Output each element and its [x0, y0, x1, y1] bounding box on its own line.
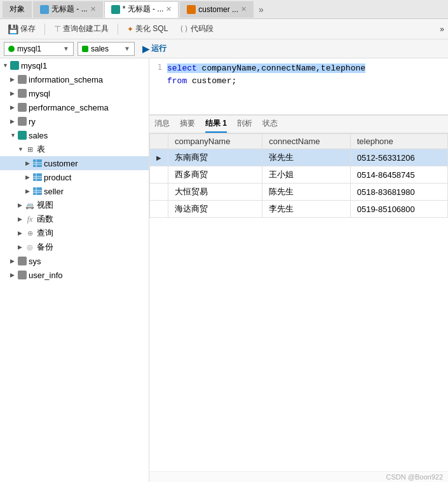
label-ry: ry — [29, 117, 36, 126]
tab-status[interactable]: 状态 — [262, 116, 278, 133]
table-row[interactable]: 西多商贸 王小姐 0514-86458745 — [150, 166, 448, 184]
toolbar-right: » — [440, 25, 444, 34]
tab-objects[interactable]: 对象 — [3, 1, 32, 18]
product-table-icon — [33, 173, 42, 181]
sql-editor[interactable]: 1 select companyName,connectName,telepho… — [149, 58, 448, 116]
cell-companyname-4: 海达商贸 — [168, 201, 262, 218]
cell-connectname-1: 张先生 — [262, 149, 350, 166]
sidebar-item-sales[interactable]: ▼ sales — [0, 128, 149, 142]
tab-untitled1-close[interactable]: ✕ — [90, 5, 96, 13]
tab-bar: 对象 无标题 - ... ✕ * 无标题 - ... ✕ customer ..… — [0, 0, 448, 19]
results-table: companyName connectName telephone ▶ 东南商贸… — [149, 133, 448, 218]
tab-overflow-btn[interactable]: » — [255, 3, 268, 16]
line-number-2 — [149, 75, 167, 76]
toggle-views-group: ▶ — [18, 202, 24, 208]
sidebar-item-product[interactable]: ▶ product — [0, 170, 149, 184]
svg-rect-4 — [33, 173, 42, 181]
main-layout: ▼ mysql1 ▶ information_schema ▶ mysql ▶ … — [0, 58, 448, 482]
tab-profiling[interactable]: 剖析 — [237, 116, 252, 133]
beautify-label: 美化 SQL — [135, 23, 168, 34]
database-label: sales — [91, 44, 109, 53]
label-funcs-group: 函数 — [37, 213, 53, 225]
label-tables-group: 表 — [37, 144, 45, 155]
seller-table-icon — [33, 187, 42, 195]
run-button[interactable]: ▶ 运行 — [139, 42, 170, 55]
label-queries-group: 查询 — [37, 227, 53, 239]
sidebar-item-queries-group[interactable]: ▶ ⊕ 查询 — [0, 226, 149, 240]
toolbar: 💾 保存 ⊤ 查询创建工具 ✦ 美化 SQL () 代码段 » — [0, 19, 448, 39]
save-icon: 💾 — [8, 24, 18, 34]
db-icon-mysql — [18, 89, 27, 98]
backup-group-icon: ◎ — [25, 243, 34, 251]
connection-label: mysql1 — [17, 44, 41, 53]
sidebar-item-seller[interactable]: ▶ seller — [0, 184, 149, 198]
db-icon-information-schema — [18, 75, 27, 84]
toggle-ry: ▶ — [10, 118, 17, 124]
table-row[interactable]: ▶ 东南商贸 张先生 0512-56331206 — [150, 149, 448, 166]
sidebar-item-information-schema[interactable]: ▶ information_schema — [0, 72, 149, 86]
sidebar-item-customer[interactable]: ▶ customer — [0, 156, 149, 170]
tab-customer-close[interactable]: ✕ — [241, 5, 247, 13]
tables-group-icon: ⊞ — [25, 145, 34, 154]
query-tool-button[interactable]: ⊤ 查询创建工具 — [50, 22, 112, 36]
line-number-1: 1 — [149, 62, 167, 72]
sidebar-item-views-group[interactable]: ▶ 🚐 视图 — [0, 198, 149, 212]
db-icon-sys — [18, 257, 27, 265]
sidebar-item-ry[interactable]: ▶ ry — [0, 114, 149, 128]
connection-bar: mysql1 ▼ sales ▼ ▶ 运行 — [0, 39, 448, 58]
tab-untitled1[interactable]: 无标题 - ... ✕ — [33, 1, 103, 18]
table-row[interactable]: 大恒贸易 陈先生 0518-83681980 — [150, 184, 448, 201]
tab-untitled2-close[interactable]: ✕ — [166, 5, 172, 13]
sidebar-item-funcs-group[interactable]: ▶ fx 函数 — [0, 212, 149, 226]
sql-code-2: from customer; — [167, 75, 448, 88]
db-icon-sales — [18, 131, 27, 140]
row-indicator-2 — [150, 166, 168, 184]
toolbar-sep1 — [44, 23, 45, 35]
sidebar-item-tables-group[interactable]: ▼ ⊞ 表 — [0, 142, 149, 156]
sidebar-item-performance-schema[interactable]: ▶ performance_schema — [0, 100, 149, 114]
cell-companyname-1: 东南商贸 — [168, 149, 262, 166]
save-button[interactable]: 💾 保存 — [4, 22, 39, 36]
code-icon: () — [179, 25, 188, 34]
sidebar-item-sys[interactable]: ▶ sys — [0, 254, 149, 268]
toggle-sales: ▼ — [10, 132, 17, 138]
cell-telephone-3: 0518-83681980 — [350, 184, 447, 201]
watermark: CSDN @Boon922 — [149, 471, 448, 482]
beautify-sql-button[interactable]: ✦ 美化 SQL — [123, 22, 172, 36]
sidebar-item-backup-group[interactable]: ▶ ◎ 备份 — [0, 240, 149, 254]
cell-companyname-3: 大恒贸易 — [168, 184, 262, 201]
sidebar-item-user-info[interactable]: ▶ user_info — [0, 268, 149, 282]
table-row[interactable]: 海达商贸 李先生 0519-85106800 — [150, 201, 448, 218]
tab-untitled1-icon — [40, 5, 49, 14]
code-snippet-button[interactable]: () 代码段 — [175, 22, 217, 36]
label-backup-group: 备份 — [37, 241, 53, 253]
db-icon-performance-schema — [18, 103, 27, 112]
toggle-seller: ▶ — [25, 188, 32, 194]
sql-line-2: from customer; — [149, 75, 448, 88]
toggle-product: ▶ — [25, 174, 32, 180]
tab-customer[interactable]: customer ... ✕ — [180, 1, 254, 18]
database-select[interactable]: sales ▼ — [78, 42, 135, 56]
tab-untitled1-label: 无标题 - ... — [51, 4, 88, 15]
sidebar-item-mysql1[interactable]: ▼ mysql1 — [0, 58, 149, 72]
toggle-funcs-group: ▶ — [18, 216, 24, 222]
tab-summary[interactable]: 摘要 — [180, 116, 195, 133]
tab-untitled2[interactable]: * 无标题 - ... ✕ — [104, 1, 179, 18]
connection-select[interactable]: mysql1 ▼ — [4, 42, 74, 56]
run-icon: ▶ — [142, 44, 149, 54]
label-sales: sales — [29, 131, 48, 140]
label-product: product — [44, 173, 71, 182]
tab-objects-label: 对象 — [10, 4, 25, 15]
db-icon-user-info — [18, 271, 27, 279]
data-table-wrap: companyName connectName telephone ▶ 东南商贸… — [149, 133, 448, 471]
label-views-group: 视图 — [37, 199, 53, 211]
sidebar-item-mysql[interactable]: ▶ mysql — [0, 86, 149, 100]
cell-telephone-1: 0512-56331206 — [350, 149, 447, 166]
query-tool-icon: ⊤ — [54, 24, 61, 34]
tab-messages[interactable]: 消息 — [154, 116, 170, 133]
tab-result1[interactable]: 结果 1 — [205, 116, 227, 133]
row-indicator-1: ▶ — [150, 149, 168, 166]
save-label: 保存 — [20, 23, 36, 34]
tab-customer-icon — [187, 5, 196, 14]
svg-rect-8 — [33, 187, 42, 195]
